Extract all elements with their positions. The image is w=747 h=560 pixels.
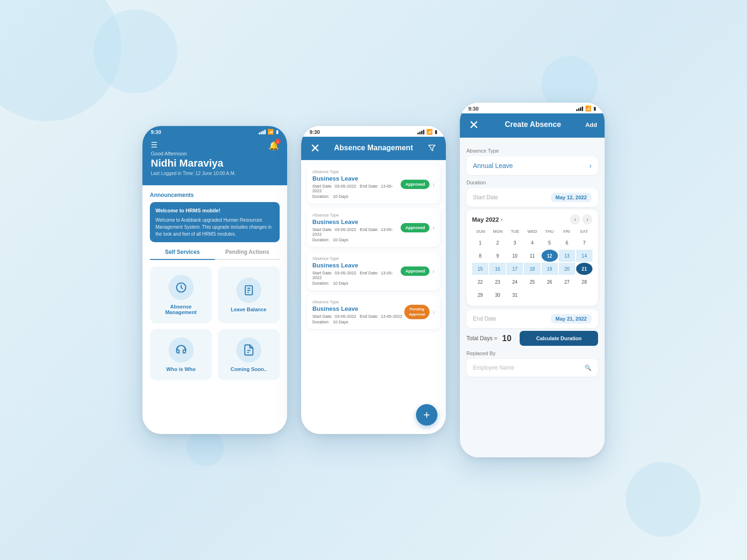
cal-day-7[interactable]: 7 bbox=[576, 237, 592, 249]
add-button[interactable]: Add bbox=[585, 121, 597, 128]
absence-card-3[interactable]: Absence Type Business Leave Start Date: … bbox=[307, 295, 440, 329]
cal-day-11[interactable]: 11 bbox=[524, 250, 540, 262]
cal-day-thu: THU bbox=[541, 228, 558, 235]
start-date-label: Start Date bbox=[473, 194, 498, 201]
absence-dates-1: Start Date: 03-05-2022 End Date: 13-05-2… bbox=[312, 227, 401, 237]
document-icon bbox=[243, 284, 255, 296]
cal-day-mon: MON bbox=[489, 228, 507, 235]
absence-card-left-2: Absence Type Business Leave Start Date: … bbox=[312, 256, 401, 286]
cal-day-23[interactable]: 23 bbox=[489, 276, 506, 288]
cal-day-28[interactable]: 28 bbox=[576, 276, 592, 288]
status-bar-1: 9:30 📶 ▮ bbox=[142, 126, 287, 137]
notification-bell[interactable]: 🔔 1 bbox=[268, 140, 279, 151]
cal-day-12[interactable]: 12 bbox=[542, 250, 558, 262]
cal-day-8[interactable]: 8 bbox=[472, 250, 488, 262]
service-item-who[interactable]: Who is Who bbox=[150, 329, 212, 380]
time-3: 9:30 bbox=[468, 106, 479, 112]
cal-day-24[interactable]: 24 bbox=[507, 276, 523, 288]
phone-absence-management: 9:30 📶 ▮ Absence Management bbox=[301, 126, 446, 434]
cal-day-4[interactable]: 4 bbox=[524, 237, 540, 249]
absence-type-form-label: Absence Type bbox=[466, 148, 598, 154]
service-item-leave[interactable]: Leave Balance bbox=[218, 266, 280, 323]
cal-day-20[interactable]: 20 bbox=[559, 263, 575, 275]
phones-container: 9:30 📶 ▮ ☰ 🔔 1 Good Afte bbox=[142, 103, 605, 457]
menu-icon[interactable]: ☰ bbox=[151, 140, 157, 149]
cal-day-15[interactable]: 15 bbox=[472, 263, 488, 275]
cal-day-10[interactable]: 10 bbox=[507, 250, 523, 262]
tab-pending-actions[interactable]: Pending Actions bbox=[215, 249, 280, 259]
service-item-absence[interactable]: Absense Management bbox=[150, 266, 212, 323]
cal-day-30[interactable]: 30 bbox=[489, 289, 506, 301]
absence-duration-1: Duration: 10 Days bbox=[312, 238, 401, 242]
cal-day-9[interactable]: 9 bbox=[489, 250, 506, 262]
cal-day-29[interactable]: 29 bbox=[472, 289, 488, 301]
close-button[interactable] bbox=[309, 141, 322, 154]
cal-day-21[interactable]: 21 bbox=[576, 263, 592, 275]
calendar: May 2022 › ‹ › SUN MON TUE WED THU FRI S… bbox=[466, 210, 598, 306]
chevron-right-icon-1: › bbox=[432, 224, 435, 231]
absence-type-name-1: Business Leave bbox=[312, 218, 401, 225]
filter-button[interactable] bbox=[425, 141, 438, 154]
calendar-month: May 2022 › bbox=[472, 216, 503, 223]
cal-day-1[interactable]: 1 bbox=[472, 237, 488, 249]
cal-day-3[interactable]: 3 bbox=[507, 237, 523, 249]
calculate-duration-button[interactable]: Calculate Duration bbox=[520, 331, 598, 346]
end-date-value[interactable]: May 21, 2022 bbox=[551, 314, 592, 323]
bg-decoration-2 bbox=[93, 9, 177, 93]
announcements-section: Announcements Welcome to HRMS mobile! We… bbox=[142, 185, 287, 242]
calendar-month-chevron-icon: › bbox=[501, 217, 503, 222]
cal-day-sun: SUN bbox=[472, 228, 489, 235]
status-icons-2: 📶 ▮ bbox=[417, 129, 437, 135]
phone-create-absence: 9:30 📶 ▮ Create Absence A bbox=[460, 103, 605, 457]
svg-marker-9 bbox=[429, 145, 435, 151]
user-name: Nidhi Maraviya bbox=[151, 157, 279, 169]
employee-name-placeholder: Employee Name bbox=[473, 364, 514, 371]
cal-day-14[interactable]: 14 bbox=[576, 250, 592, 262]
cal-day-27[interactable]: 27 bbox=[559, 276, 575, 288]
file-icon bbox=[243, 344, 255, 356]
start-date-value[interactable]: May 12, 2022 bbox=[551, 193, 592, 202]
replaced-by-input[interactable]: Employee Name 🔍 bbox=[466, 359, 598, 377]
status-badge-1: Approved bbox=[401, 223, 430, 232]
cal-day-26[interactable]: 26 bbox=[542, 276, 558, 288]
absence-type-name-2: Business Leave bbox=[312, 262, 401, 269]
cal-day-19[interactable]: 19 bbox=[542, 263, 558, 275]
cal-day-2[interactable]: 2 bbox=[489, 237, 506, 249]
cal-day-25[interactable]: 25 bbox=[524, 276, 540, 288]
absence-type-label-3: Absence Type bbox=[312, 300, 404, 304]
bg-decoration-4 bbox=[626, 462, 700, 537]
create-absence-title: Create Absence bbox=[480, 120, 585, 129]
calendar-days-header: SUN MON TUE WED THU FRI SAT bbox=[472, 228, 592, 235]
calendar-prev-button[interactable]: ‹ bbox=[570, 214, 580, 224]
cal-day-6[interactable]: 6 bbox=[559, 237, 575, 249]
cal-day-5[interactable]: 5 bbox=[542, 237, 558, 249]
calendar-next-button[interactable]: › bbox=[582, 214, 592, 224]
duration-form-label: Duration bbox=[466, 180, 598, 185]
absence-type-select[interactable]: Annual Leave › bbox=[466, 156, 598, 175]
fab-add-button[interactable]: + bbox=[416, 404, 437, 426]
cal-day-31[interactable]: 31 bbox=[507, 289, 523, 301]
cal-day-tue: TUE bbox=[507, 228, 524, 235]
cal-day-18[interactable]: 18 bbox=[524, 263, 540, 275]
cal-day-16[interactable]: 16 bbox=[489, 263, 506, 275]
close-button-3[interactable] bbox=[467, 118, 480, 131]
status-icons-3: 📶 ▮ bbox=[576, 105, 596, 112]
service-item-coming[interactable]: Coming Soon.. bbox=[218, 329, 280, 380]
cal-day-13[interactable]: 13 bbox=[559, 250, 575, 262]
service-grid: Absense Management Leave Balance bbox=[142, 260, 287, 387]
cal-day-22[interactable]: 22 bbox=[472, 276, 488, 288]
absence-card-0[interactable]: Absence Type Business Leave Start Date: … bbox=[307, 165, 440, 203]
absence-card-1[interactable]: Absence Type Business Leave Start Date: … bbox=[307, 208, 440, 247]
replaced-by-section: Replaced By Employee Name 🔍 bbox=[466, 350, 598, 377]
cal-day-17[interactable]: 17 bbox=[507, 263, 523, 275]
battery-icon-3: ▮ bbox=[593, 106, 596, 111]
chevron-right-select-icon: › bbox=[589, 162, 592, 169]
cal-day-wed: WED bbox=[524, 228, 541, 235]
start-date-row: Start Date May 12, 2022 bbox=[466, 188, 598, 207]
service-label-leave: Leave Balance bbox=[231, 307, 266, 312]
tab-self-services[interactable]: Self Services bbox=[150, 249, 215, 260]
announcements-title: Announcements bbox=[150, 192, 280, 198]
absence-card-2[interactable]: Absence Type Business Leave Start Date: … bbox=[307, 252, 440, 290]
service-label-absence: Absense Management bbox=[155, 304, 207, 315]
status-badge-0: Approved bbox=[401, 180, 430, 189]
